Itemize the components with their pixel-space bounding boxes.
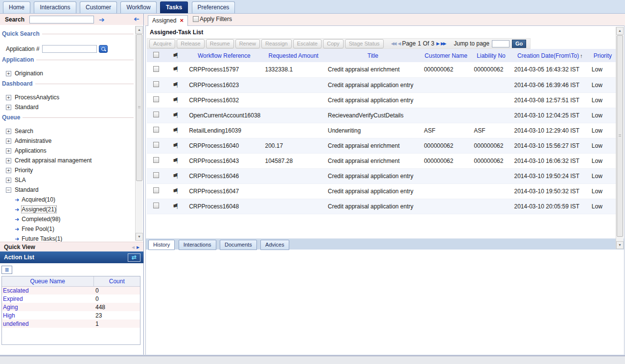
list-view-icon[interactable]: ≣ xyxy=(1,266,12,274)
resume-button[interactable]: Resume xyxy=(206,39,234,48)
apply-filters-checkbox[interactable] xyxy=(193,16,199,22)
expand-icon[interactable]: + xyxy=(6,138,11,144)
table-row[interactable]: ⚑CRPProcess16040200.17Credit appraisal e… xyxy=(147,138,617,153)
col-workflow-reference[interactable]: Workflow Reference xyxy=(186,49,262,62)
tab-history[interactable]: History xyxy=(148,240,175,250)
scroll-up-icon[interactable]: ▲ xyxy=(616,27,624,35)
tab-preferences[interactable]: Preferences xyxy=(192,1,235,13)
close-tab-icon[interactable]: × xyxy=(180,18,184,23)
quick-view-prev-icon[interactable]: ◂ xyxy=(132,244,135,250)
row-checkbox[interactable] xyxy=(153,187,159,193)
refresh-icon[interactable]: ⇄ xyxy=(128,253,140,262)
queue-name-link[interactable]: undefined xyxy=(2,319,93,328)
expand-icon[interactable]: + xyxy=(6,148,11,154)
tree-item-priority[interactable]: + Priority xyxy=(6,167,134,174)
queue-name-link[interactable]: Escalated xyxy=(2,286,93,295)
scrollbar-thumb[interactable] xyxy=(136,34,142,181)
queue-name-link[interactable]: High xyxy=(2,311,93,319)
col-requested-amount[interactable]: Requested Amount xyxy=(262,49,324,62)
row-checkbox[interactable] xyxy=(153,203,159,208)
search-input[interactable] xyxy=(29,16,94,23)
table-row[interactable]: ⚑CRPProcess16048Credit appraisal applica… xyxy=(147,199,617,214)
select-all-checkbox[interactable] xyxy=(153,52,159,58)
row-checkbox[interactable] xyxy=(153,142,159,148)
expand-icon[interactable]: + xyxy=(6,95,11,100)
tab-customer[interactable]: Customer xyxy=(80,1,117,13)
tab-home[interactable]: Home xyxy=(3,1,30,13)
queue-item-future-tasks[interactable]: ➜ Future Tasks(1) xyxy=(15,235,134,242)
stage-status-button[interactable]: Stage Status xyxy=(345,39,384,48)
row-checkbox[interactable] xyxy=(153,66,159,72)
table-row[interactable]: ⚑CRPProcess16032Credit appraisal applica… xyxy=(147,92,617,108)
scroll-up-icon[interactable]: ▲ xyxy=(136,26,143,34)
tree-item-processanalytics[interactable]: + ProcessAnalytics xyxy=(6,94,134,101)
col-priority[interactable]: Priority xyxy=(589,49,617,62)
col-customer-name[interactable]: Customer Name xyxy=(421,49,471,62)
tab-documents[interactable]: Documents xyxy=(220,240,257,250)
tab-workflow[interactable]: Workflow xyxy=(120,1,156,13)
expand-icon[interactable]: + xyxy=(6,129,11,134)
search-forward-icon[interactable]: ➔ xyxy=(99,16,105,23)
reassign-button[interactable]: Reassign xyxy=(261,39,292,48)
acquire-button[interactable]: Acquire xyxy=(149,39,175,48)
scroll-down-icon[interactable]: ▼ xyxy=(136,233,143,241)
expand-icon[interactable]: + xyxy=(6,158,11,163)
expand-icon[interactable]: + xyxy=(6,168,11,173)
last-page-icon[interactable]: ▶▶ xyxy=(440,41,445,46)
tree-item-origination[interactable]: + Origination xyxy=(6,70,134,77)
tab-interactions[interactable]: Interactions xyxy=(34,1,76,13)
renew-button[interactable]: Renew xyxy=(235,39,260,48)
row-checkbox[interactable] xyxy=(153,157,159,163)
escalate-button[interactable]: Escalate xyxy=(293,39,322,48)
table-row[interactable]: ⚑CRPProcess16046Credit appraisal applica… xyxy=(147,168,617,183)
sidebar-scrollbar[interactable]: ▲ ▼ xyxy=(135,26,143,241)
next-page-icon[interactable]: ▶ xyxy=(436,41,439,46)
table-row[interactable]: ⚑CRPProcess16043104587.28Credit appraisa… xyxy=(147,153,617,168)
tree-item-sla[interactable]: + SLA xyxy=(6,177,134,183)
quick-view-next-icon[interactable]: ▸ xyxy=(137,244,139,250)
tree-item-applications[interactable]: + Applications xyxy=(6,147,134,154)
queue-name-link[interactable]: Aging xyxy=(2,303,93,311)
main-scrollbar[interactable]: ▲ ▼ xyxy=(616,27,624,249)
queue-item-assigned[interactable]: ➜ Assigned(21) xyxy=(15,206,134,213)
tree-item-standard-queue[interactable]: − Standard xyxy=(6,186,134,193)
tab-tasks[interactable]: Tasks xyxy=(160,1,188,13)
collapse-icon[interactable]: − xyxy=(6,187,11,193)
col-liability-no[interactable]: Liability No xyxy=(471,49,511,62)
application-search-icon[interactable] xyxy=(99,45,108,53)
col-title[interactable]: Title xyxy=(325,49,421,62)
prev-page-icon[interactable]: ◀ xyxy=(397,41,400,46)
table-row[interactable]: ⚑CRPProcess16023Credit appraisal applica… xyxy=(147,77,617,92)
table-row[interactable]: ⚑RetailLending16039UnderwritingASFASF201… xyxy=(147,123,617,138)
scroll-down-icon[interactable]: ▼ xyxy=(616,241,624,249)
row-checkbox[interactable] xyxy=(153,96,159,102)
expand-icon[interactable]: + xyxy=(6,178,11,183)
table-row[interactable]: ⚑OpenCurrentAccount16038RecieveandVerify… xyxy=(147,108,617,123)
go-button[interactable]: Go xyxy=(512,40,526,48)
row-checkbox[interactable] xyxy=(153,127,159,133)
expand-icon[interactable]: + xyxy=(6,105,11,110)
queue-item-free-pool[interactable]: ➜ Free Pool(1) xyxy=(15,226,134,232)
first-page-icon[interactable]: ◀◀ xyxy=(391,41,396,46)
copy-button[interactable]: Copy xyxy=(323,39,344,48)
row-checkbox[interactable] xyxy=(153,81,159,87)
table-row[interactable]: ⚑CRPProcess157971332338.1Credit appraisa… xyxy=(147,62,617,77)
queue-item-acquired[interactable]: ➜ Acquired(10) xyxy=(15,196,134,203)
release-button[interactable]: Release xyxy=(177,39,204,48)
col-creation-date[interactable]: Creation Date(From\To)↑ xyxy=(511,49,589,62)
tab-interactions-detail[interactable]: Interactions xyxy=(179,240,216,250)
tab-advices[interactable]: Advices xyxy=(260,240,289,250)
table-row[interactable]: ⚑CRPProcess16047Credit appraisal applica… xyxy=(147,183,617,199)
tree-item-administrative[interactable]: + Administrative xyxy=(6,137,134,144)
jump-to-page-input[interactable] xyxy=(492,40,509,47)
collapse-panel-icon[interactable]: ➔ xyxy=(134,16,139,23)
expand-icon[interactable]: + xyxy=(6,71,11,76)
tree-item-search[interactable]: + Search xyxy=(6,128,134,135)
queue-item-completed[interactable]: ➜ Completed(98) xyxy=(15,216,134,223)
row-checkbox[interactable] xyxy=(153,172,159,178)
tree-item-credit-appraisal-management[interactable]: + Credit appraisal management xyxy=(6,157,134,164)
application-number-input[interactable] xyxy=(42,45,97,53)
scrollbar-thumb[interactable] xyxy=(617,35,623,237)
row-checkbox[interactable] xyxy=(153,112,159,117)
tree-item-standard-dashboard[interactable]: + Standard xyxy=(6,104,134,111)
